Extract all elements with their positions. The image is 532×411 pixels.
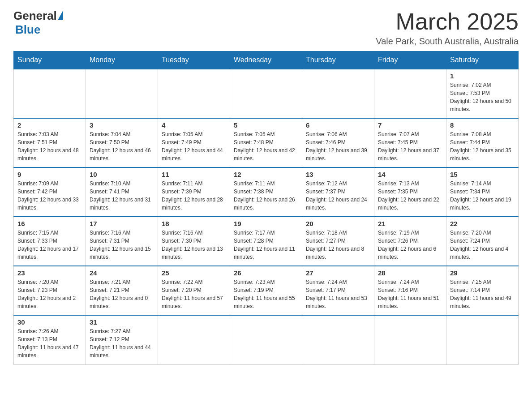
calendar-cell: 16Sunrise: 7:15 AMSunset: 7:33 PMDayligh…: [14, 217, 86, 266]
day-info: Sunrise: 7:14 AMSunset: 7:34 PMDaylight:…: [450, 180, 515, 212]
calendar-cell: 4Sunrise: 7:05 AMSunset: 7:49 PMDaylight…: [158, 118, 230, 167]
calendar-cell: 29Sunrise: 7:25 AMSunset: 7:14 PMDayligh…: [446, 266, 519, 315]
calendar-cell: 3Sunrise: 7:04 AMSunset: 7:50 PMDaylight…: [86, 118, 158, 167]
day-info: Sunrise: 7:10 AMSunset: 7:41 PMDaylight:…: [90, 180, 154, 212]
day-number: 6: [306, 121, 370, 129]
page-header: General Blue March 2025 Vale Park, South…: [13, 9, 519, 47]
calendar-cell: [14, 69, 86, 118]
calendar-cell: [230, 69, 302, 118]
day-info: Sunrise: 7:15 AMSunset: 7:33 PMDaylight:…: [17, 229, 82, 261]
calendar-cell: [446, 315, 519, 364]
calendar-cell: 22Sunrise: 7:20 AMSunset: 7:24 PMDayligh…: [446, 217, 519, 266]
day-info: Sunrise: 7:22 AMSunset: 7:20 PMDaylight:…: [162, 278, 226, 310]
calendar-cell: [86, 69, 158, 118]
day-info: Sunrise: 7:09 AMSunset: 7:42 PMDaylight:…: [17, 180, 82, 212]
day-number: 2: [17, 121, 82, 129]
calendar-title: March 2025: [376, 9, 519, 34]
calendar-cell: 2Sunrise: 7:03 AMSunset: 7:51 PMDaylight…: [14, 118, 86, 167]
calendar-cell: 5Sunrise: 7:05 AMSunset: 7:48 PMDaylight…: [230, 118, 302, 167]
calendar-cell: [302, 69, 374, 118]
day-number: 22: [450, 220, 515, 227]
day-number: 11: [162, 171, 226, 178]
day-number: 12: [234, 171, 298, 178]
calendar-cell: 21Sunrise: 7:19 AMSunset: 7:26 PMDayligh…: [374, 217, 446, 266]
day-number: 29: [450, 269, 515, 277]
calendar-cell: [158, 315, 230, 364]
weekday-header-saturday: Saturday: [446, 51, 519, 69]
calendar-cell: 11Sunrise: 7:11 AMSunset: 7:39 PMDayligh…: [158, 167, 230, 217]
calendar-cell: [374, 69, 446, 118]
day-info: Sunrise: 7:05 AMSunset: 7:48 PMDaylight:…: [234, 130, 298, 163]
calendar-cell: 25Sunrise: 7:22 AMSunset: 7:20 PMDayligh…: [158, 266, 230, 315]
day-number: 17: [90, 220, 154, 227]
day-info: Sunrise: 7:17 AMSunset: 7:28 PMDaylight:…: [234, 229, 298, 261]
calendar-table: SundayMondayTuesdayWednesdayThursdayFrid…: [13, 51, 519, 365]
calendar-cell: 9Sunrise: 7:09 AMSunset: 7:42 PMDaylight…: [14, 167, 86, 217]
calendar-cell: 7Sunrise: 7:07 AMSunset: 7:45 PMDaylight…: [374, 118, 446, 167]
day-number: 24: [90, 269, 154, 277]
calendar-cell: [302, 315, 374, 364]
day-info: Sunrise: 7:23 AMSunset: 7:19 PMDaylight:…: [234, 278, 298, 310]
day-info: Sunrise: 7:11 AMSunset: 7:39 PMDaylight:…: [162, 180, 226, 212]
calendar-cell: 28Sunrise: 7:24 AMSunset: 7:16 PMDayligh…: [374, 266, 446, 315]
title-area: March 2025 Vale Park, South Australia, A…: [376, 9, 519, 47]
day-number: 9: [17, 171, 82, 178]
calendar-cell: 8Sunrise: 7:08 AMSunset: 7:44 PMDaylight…: [446, 118, 519, 167]
day-number: 23: [17, 269, 82, 277]
logo-text-general: General: [13, 9, 57, 23]
calendar-week-row: 30Sunrise: 7:26 AMSunset: 7:13 PMDayligh…: [14, 315, 519, 364]
day-info: Sunrise: 7:04 AMSunset: 7:50 PMDaylight:…: [90, 130, 154, 163]
calendar-cell: 17Sunrise: 7:16 AMSunset: 7:31 PMDayligh…: [86, 217, 158, 266]
calendar-cell: 24Sunrise: 7:21 AMSunset: 7:21 PMDayligh…: [86, 266, 158, 315]
calendar-cell: 12Sunrise: 7:11 AMSunset: 7:38 PMDayligh…: [230, 167, 302, 217]
logo: General Blue: [13, 9, 63, 37]
day-number: 3: [90, 121, 154, 129]
weekday-header-monday: Monday: [86, 51, 158, 69]
day-info: Sunrise: 7:16 AMSunset: 7:30 PMDaylight:…: [162, 229, 226, 261]
day-number: 1: [450, 72, 515, 80]
calendar-cell: 1Sunrise: 7:02 AMSunset: 7:53 PMDaylight…: [446, 69, 519, 118]
calendar-cell: 18Sunrise: 7:16 AMSunset: 7:30 PMDayligh…: [158, 217, 230, 266]
day-number: 25: [162, 269, 226, 277]
calendar-cell: [158, 69, 230, 118]
day-number: 10: [90, 171, 154, 178]
day-number: 18: [162, 220, 226, 227]
day-number: 20: [306, 220, 370, 227]
calendar-cell: 19Sunrise: 7:17 AMSunset: 7:28 PMDayligh…: [230, 217, 302, 266]
day-info: Sunrise: 7:26 AMSunset: 7:13 PMDaylight:…: [17, 327, 82, 360]
day-info: Sunrise: 7:24 AMSunset: 7:17 PMDaylight:…: [306, 278, 370, 310]
weekday-header-row: SundayMondayTuesdayWednesdayThursdayFrid…: [14, 51, 519, 69]
calendar-cell: 27Sunrise: 7:24 AMSunset: 7:17 PMDayligh…: [302, 266, 374, 315]
day-number: 19: [234, 220, 298, 227]
calendar-subtitle: Vale Park, South Australia, Australia: [376, 36, 519, 47]
day-number: 26: [234, 269, 298, 277]
day-number: 15: [450, 171, 515, 178]
calendar-cell: 15Sunrise: 7:14 AMSunset: 7:34 PMDayligh…: [446, 167, 519, 217]
day-info: Sunrise: 7:24 AMSunset: 7:16 PMDaylight:…: [378, 278, 442, 310]
day-number: 7: [378, 121, 442, 129]
calendar-week-row: 9Sunrise: 7:09 AMSunset: 7:42 PMDaylight…: [14, 167, 519, 217]
calendar-cell: 14Sunrise: 7:13 AMSunset: 7:35 PMDayligh…: [374, 167, 446, 217]
calendar-cell: 31Sunrise: 7:27 AMSunset: 7:12 PMDayligh…: [86, 315, 158, 364]
logo-triangle-icon: [58, 10, 63, 20]
day-info: Sunrise: 7:12 AMSunset: 7:37 PMDaylight:…: [306, 180, 370, 212]
day-number: 21: [378, 220, 442, 227]
day-number: 8: [450, 121, 515, 129]
day-info: Sunrise: 7:18 AMSunset: 7:27 PMDaylight:…: [306, 229, 370, 261]
day-info: Sunrise: 7:08 AMSunset: 7:44 PMDaylight:…: [450, 130, 515, 163]
calendar-cell: 26Sunrise: 7:23 AMSunset: 7:19 PMDayligh…: [230, 266, 302, 315]
day-info: Sunrise: 7:07 AMSunset: 7:45 PMDaylight:…: [378, 130, 442, 163]
day-number: 5: [234, 121, 298, 129]
day-number: 16: [17, 220, 82, 227]
day-info: Sunrise: 7:05 AMSunset: 7:49 PMDaylight:…: [162, 130, 226, 163]
day-info: Sunrise: 7:11 AMSunset: 7:38 PMDaylight:…: [234, 180, 298, 212]
calendar-cell: 30Sunrise: 7:26 AMSunset: 7:13 PMDayligh…: [14, 315, 86, 364]
day-info: Sunrise: 7:06 AMSunset: 7:46 PMDaylight:…: [306, 130, 370, 163]
day-number: 14: [378, 171, 442, 178]
day-info: Sunrise: 7:13 AMSunset: 7:35 PMDaylight:…: [378, 180, 442, 212]
day-number: 31: [90, 318, 154, 326]
calendar-week-row: 23Sunrise: 7:20 AMSunset: 7:23 PMDayligh…: [14, 266, 519, 315]
day-info: Sunrise: 7:21 AMSunset: 7:21 PMDaylight:…: [90, 278, 154, 310]
calendar-cell: 6Sunrise: 7:06 AMSunset: 7:46 PMDaylight…: [302, 118, 374, 167]
day-info: Sunrise: 7:20 AMSunset: 7:24 PMDaylight:…: [450, 229, 515, 261]
